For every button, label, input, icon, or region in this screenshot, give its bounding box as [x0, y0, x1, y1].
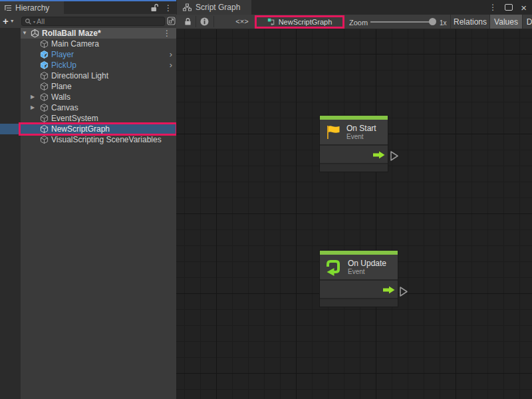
flow-output-arrow-icon[interactable]: [373, 151, 385, 159]
node-subtitle: Event: [346, 133, 376, 141]
unlock-icon[interactable]: [150, 3, 158, 12]
relations-button-label: Relations: [454, 17, 487, 27]
prefab-expand-chevron-icon[interactable]: ›: [170, 60, 172, 70]
lock-icon[interactable]: [184, 17, 192, 26]
add-object-button[interactable]: + ▼: [3, 15, 20, 27]
hierarchy-list: ▼ RollaBall Maze* ⋮ Main Camera Player ›: [0, 28, 176, 399]
scene-row[interactable]: ▼ RollaBall Maze* ⋮: [0, 28, 176, 39]
item-label: Plane: [51, 82, 72, 91]
hierarchy-item-canvas[interactable]: ▶ Canvas: [0, 102, 176, 113]
relations-button[interactable]: Relations: [450, 15, 489, 29]
search-icon: [25, 18, 32, 25]
node-subtitle: Event: [348, 268, 386, 276]
graph-canvas[interactable]: On Start Event: [176, 29, 532, 399]
gameobject-cube-icon: [40, 82, 49, 91]
hierarchy-item-player[interactable]: Player ›: [0, 49, 176, 60]
unity-editor-window: Hierarchy ⋮ + ▼ ▾: [0, 0, 532, 399]
script-graph-tab-label: Script Graph: [196, 3, 240, 12]
zoom-slider[interactable]: [370, 21, 434, 23]
output-port-triangle-icon[interactable]: [399, 286, 408, 297]
node-footer: [320, 163, 388, 172]
zoom-label: Zoom: [349, 19, 368, 27]
hierarchy-item-walls[interactable]: ▶ Walls: [0, 92, 176, 102]
prefab-cube-icon: [40, 61, 49, 70]
scene-name: RollaBall Maze*: [42, 29, 101, 38]
hierarchy-toolbar: + ▼ ▾: [0, 14, 176, 28]
unity-scene-icon: [31, 29, 39, 38]
scene-foldout-icon[interactable]: ▼: [22, 31, 27, 36]
gameobject-cube-icon: [40, 92, 49, 102]
gameobject-cube-icon: [40, 39, 49, 49]
hierarchy-item-visualscripting-scenevariables[interactable]: VisualScripting SceneVariables: [0, 134, 176, 145]
hierarchy-item-pickup[interactable]: PickUp ›: [0, 60, 176, 70]
hierarchy-panel: Hierarchy ⋮ + ▼ ▾: [0, 0, 176, 399]
open-search-window-icon[interactable]: [167, 17, 176, 25]
breadcrumb[interactable]: NewScriptGraph: [279, 18, 332, 26]
prefab-expand-chevron-icon[interactable]: ›: [170, 49, 172, 59]
gameobject-cube-icon: [40, 135, 49, 144]
item-label: Main Camera: [51, 39, 99, 49]
script-graph-tab-bar: Script Graph ⋮ ×: [176, 0, 532, 15]
node-port-row: [320, 279, 398, 298]
hierarchy-tab-label: Hierarchy: [15, 3, 49, 13]
output-port-triangle-icon[interactable]: [390, 150, 399, 162]
item-label: PickUp: [51, 61, 76, 70]
gameobject-cube-icon: [40, 114, 49, 123]
dim-button-label: Dim: [527, 17, 532, 27]
flow-output-arrow-icon[interactable]: [383, 286, 395, 294]
search-input[interactable]: [37, 17, 162, 25]
item-label: NewScriptGraph: [51, 124, 110, 134]
close-icon[interactable]: ×: [521, 3, 527, 13]
hierarchy-item-directional-light[interactable]: Directional Light: [0, 70, 176, 81]
hierarchy-item-plane[interactable]: Plane: [0, 81, 176, 92]
node-footer: [320, 298, 398, 307]
values-button-label: Values: [494, 17, 518, 27]
foldout-icon[interactable]: ▶: [31, 105, 35, 110]
node-on-start[interactable]: On Start Event: [320, 116, 388, 172]
script-graph-panel: Script Graph ⋮ × <×>: [176, 0, 532, 399]
plus-icon: +: [3, 16, 9, 26]
tab-hierarchy[interactable]: Hierarchy: [0, 1, 64, 14]
foldout-icon[interactable]: ▶: [31, 94, 35, 100]
item-label: VisualScripting SceneVariables: [51, 135, 162, 144]
hierarchy-search-field[interactable]: ▾: [21, 17, 165, 26]
hierarchy-item-eventsystem[interactable]: EventSystem: [0, 113, 176, 124]
item-label: EventSystem: [51, 114, 98, 123]
flag-icon: [324, 124, 341, 141]
item-label: Directional Light: [51, 71, 108, 80]
node-header: On Update Event: [320, 255, 398, 279]
item-label: Canvas: [51, 103, 78, 112]
graph-icon: [183, 3, 192, 11]
node-on-update[interactable]: On Update Event: [320, 251, 398, 307]
dim-button[interactable]: Dim: [522, 15, 532, 29]
loop-icon: [324, 258, 342, 277]
zoom-slider-thumb[interactable]: [429, 18, 436, 25]
zoom-value: 1x: [440, 19, 447, 27]
values-button[interactable]: Values: [489, 15, 522, 29]
node-header: On Start Event: [320, 120, 388, 144]
gameobject-cube-icon: [40, 103, 49, 112]
hierarchy-menu-icon[interactable]: ⋮: [164, 4, 172, 12]
script-graph-asset-icon: [267, 18, 275, 26]
window-menu-icon[interactable]: ⋮: [489, 3, 497, 11]
hierarchy-icon: [4, 5, 12, 11]
script-graph-toolbar: <×> NewScriptGraph Zoom 1x Relations Val…: [176, 15, 532, 29]
info-icon[interactable]: [200, 17, 209, 26]
prefab-cube-icon: [40, 50, 49, 59]
gameobject-cube-icon: [40, 124, 49, 134]
hierarchy-tab-bar: Hierarchy ⋮: [0, 1, 176, 14]
item-label: Walls: [51, 92, 70, 102]
maximize-icon[interactable]: [505, 4, 513, 11]
tab-script-graph[interactable]: Script Graph: [177, 0, 251, 15]
search-filter-caret-icon: ▾: [33, 19, 35, 24]
csharp-preview-icon[interactable]: <×>: [227, 17, 257, 25]
item-label: Player: [51, 50, 74, 59]
hierarchy-item-main-camera[interactable]: Main Camera: [0, 39, 176, 49]
scene-menu-icon[interactable]: ⋮: [163, 29, 171, 37]
annotation-box-breadcrumb: NewScriptGraph: [255, 15, 344, 29]
hierarchy-item-newscriptgraph[interactable]: NewScriptGraph: [0, 124, 176, 134]
node-port-row: [320, 144, 388, 163]
gameobject-cube-icon: [40, 71, 49, 80]
node-title: On Update: [348, 259, 386, 268]
node-title: On Start: [346, 124, 376, 133]
